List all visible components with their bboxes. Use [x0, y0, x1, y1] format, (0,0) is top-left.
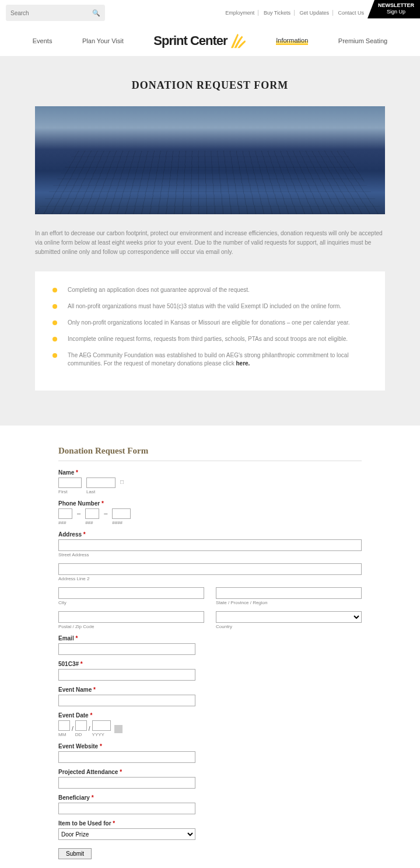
newsletter-line1: NEWSLETTER [378, 2, 414, 9]
bullet-card: Completing an application does not guara… [35, 271, 385, 391]
label-event-name: Event Name * [58, 686, 362, 693]
nav-premium-seating[interactable]: Premium Seating [338, 37, 387, 44]
nav-events[interactable]: Events [33, 37, 52, 44]
bullet-icon [52, 304, 57, 309]
bullet-5: The AEG Community Foundation was establi… [52, 351, 368, 368]
sublabel-zip: Postal / Zip Code [58, 624, 204, 629]
input-line2[interactable] [58, 563, 362, 575]
label-item-used: Item to be Used for * [58, 820, 362, 827]
bullet-3: Only non-profit organizations located in… [52, 319, 368, 327]
logo-text: Sprint Center [153, 33, 227, 48]
newsletter-signup[interactable]: NEWSLETTER Sign Up [368, 0, 420, 19]
sublabel-phone-c: #### [112, 520, 131, 525]
input-phone-line[interactable] [112, 508, 131, 519]
sublabel-yyyy: YYYY [92, 732, 111, 737]
sublabel-mm: MM [58, 732, 70, 737]
bullet-icon [52, 288, 57, 292]
select-item-used[interactable]: Door Prize [58, 828, 195, 840]
top-links: Employment Buy Tickets Get Updates Conta… [222, 10, 368, 16]
here-link[interactable]: here. [236, 360, 250, 367]
search-box[interactable]: 🔍 [6, 5, 105, 21]
input-email[interactable] [58, 643, 195, 655]
input-event-website[interactable] [58, 751, 195, 763]
bullet-2: All non-profit organizations must have 5… [52, 302, 368, 311]
sublabel-street: Street Address [58, 552, 362, 557]
name-card-icon: □ [120, 479, 124, 485]
top-bar: 🔍 Employment Buy Tickets Get Updates Con… [0, 0, 420, 26]
search-input[interactable] [10, 10, 92, 16]
input-last-name[interactable] [86, 477, 116, 488]
input-501c3[interactable] [58, 669, 195, 681]
sublabel-state: State / Province / Region [216, 600, 362, 605]
bullet-icon [52, 353, 57, 358]
input-zip[interactable] [58, 611, 204, 623]
input-phone-area[interactable] [58, 508, 72, 519]
input-beneficiary[interactable] [58, 803, 195, 814]
sublabel-phone-a: ### [58, 520, 72, 525]
input-date-yyyy[interactable] [92, 720, 111, 731]
sublabel-line2: Address Line 2 [58, 576, 362, 581]
submit-button[interactable]: Submit [58, 848, 92, 859]
input-state[interactable] [216, 587, 362, 599]
newsletter-line2: Sign Up [378, 9, 414, 15]
sublabel-country: Country [216, 624, 362, 629]
logo[interactable]: Sprint Center [153, 33, 246, 49]
main-nav: Events Plan Your Visit Sprint Center Inf… [0, 26, 420, 56]
input-event-name[interactable] [58, 695, 195, 706]
select-country[interactable] [216, 611, 362, 623]
bullet-1: Completing an application does not guara… [52, 286, 368, 294]
label-name: Name * [58, 469, 362, 476]
sublabel-first: First [58, 489, 82, 494]
sublabel-city: City [58, 600, 204, 605]
bullet-icon [52, 320, 57, 325]
hero-image [35, 106, 385, 214]
link-get-updates[interactable]: Get Updates [296, 10, 333, 16]
sublabel-dd: DD [75, 732, 87, 737]
link-contact-us[interactable]: Contact Us [334, 10, 368, 16]
label-phone: Phone Number * [58, 500, 362, 507]
label-email: Email * [58, 635, 362, 642]
nav-plan-visit[interactable]: Plan Your Visit [82, 37, 124, 44]
form-divider [58, 461, 362, 461]
bullet-icon [52, 337, 57, 341]
input-attendance[interactable] [58, 777, 195, 789]
label-address: Address * [58, 531, 362, 538]
label-beneficiary: Beneficiary * [58, 794, 362, 801]
form-section: Donation Request Form Name * First Last … [0, 426, 420, 868]
input-date-dd[interactable] [75, 720, 87, 731]
input-phone-prefix[interactable] [85, 508, 99, 519]
bullet-4: Incomplete online request forms, request… [52, 335, 368, 343]
input-street[interactable] [58, 539, 362, 551]
nav-information[interactable]: Information [276, 37, 308, 45]
logo-fan-icon [230, 33, 246, 49]
hero-section: DONATION REQUEST FORM In an effort to de… [0, 56, 420, 426]
sublabel-last: Last [86, 489, 116, 494]
link-employment[interactable]: Employment [222, 10, 258, 16]
calendar-icon[interactable] [114, 725, 123, 733]
form-heading: Donation Request Form [58, 446, 362, 456]
input-city[interactable] [58, 587, 204, 599]
search-icon: 🔍 [92, 9, 100, 17]
label-attendance: Projected Attendance * [58, 769, 362, 775]
label-501c3: 501C3# * [58, 661, 362, 667]
input-first-name[interactable] [58, 477, 82, 488]
label-event-website: Event Website * [58, 743, 362, 750]
input-date-mm[interactable] [58, 720, 70, 731]
link-buy-tickets[interactable]: Buy Tickets [260, 10, 295, 16]
sublabel-phone-b: ### [85, 520, 99, 525]
intro-text: In an effort to decrease our carbon foot… [35, 229, 385, 257]
page-title: DONATION REQUEST FORM [35, 79, 385, 92]
label-event-date: Event Date * [58, 712, 362, 719]
